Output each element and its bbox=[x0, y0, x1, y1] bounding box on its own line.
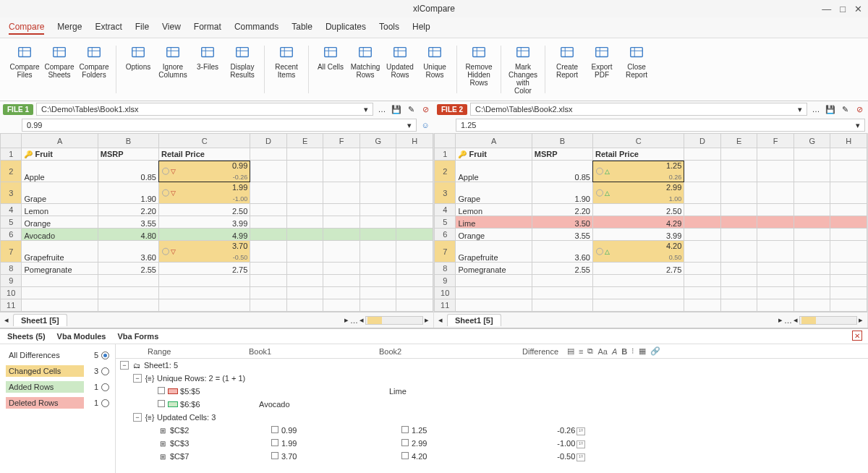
tree-row[interactable]: − {≡} Unique Rows: 2 = (1 + 1) bbox=[116, 372, 868, 385]
expand-icon[interactable]: − bbox=[133, 374, 142, 383]
cell[interactable] bbox=[532, 299, 592, 312]
menu-duplicates[interactable]: Duplicates bbox=[326, 20, 366, 35]
cell[interactable]: 2.75 bbox=[158, 263, 250, 275]
sheet-tab[interactable]: Sheet1 [5] bbox=[13, 314, 67, 326]
file2-edit-icon[interactable]: ✎ bbox=[839, 103, 851, 115]
row-header[interactable]: 1 bbox=[435, 148, 456, 161]
hscrollbar[interactable] bbox=[365, 316, 423, 325]
col-header[interactable]: D bbox=[250, 134, 287, 148]
cell[interactable] bbox=[158, 287, 250, 299]
export-pdf-button[interactable]: ExportPDF bbox=[584, 43, 619, 96]
summary-row[interactable]: Added Rows1 bbox=[0, 379, 115, 395]
close-button[interactable]: ✕ bbox=[854, 4, 862, 14]
cell[interactable]: Lemon bbox=[22, 204, 98, 216]
cell[interactable]: 3.55 bbox=[532, 229, 592, 241]
radio-icon[interactable] bbox=[101, 383, 109, 391]
sheet-nav-prev[interactable]: ◂ bbox=[4, 315, 9, 325]
summary-row[interactable]: Deleted Rows1 bbox=[0, 395, 115, 411]
col-header[interactable]: F bbox=[757, 134, 794, 148]
cell[interactable]: 4.80 bbox=[98, 229, 158, 241]
cell[interactable]: Orange bbox=[456, 229, 532, 241]
cell[interactable] bbox=[158, 312, 250, 312]
cell[interactable] bbox=[22, 312, 98, 312]
radio-icon[interactable] bbox=[101, 399, 109, 407]
cell[interactable]: Grapefruite bbox=[456, 241, 532, 263]
cell[interactable]: Grapefruite bbox=[22, 241, 98, 263]
col-header[interactable]: H bbox=[830, 134, 867, 148]
all-cells-button[interactable]: All Cells bbox=[313, 43, 348, 96]
col-header[interactable]: G bbox=[359, 134, 396, 148]
cell[interactable]: Pomegranate bbox=[22, 263, 98, 275]
col-header[interactable]: F bbox=[323, 134, 360, 148]
row-header[interactable]: 1 bbox=[1, 148, 22, 161]
bottom-tab[interactable]: Sheets (5) bbox=[7, 332, 46, 341]
row-header[interactable]: 10 bbox=[1, 287, 22, 299]
col-header[interactable]: A bbox=[22, 134, 98, 148]
row-header[interactable]: 2 bbox=[1, 161, 22, 182]
diff-cell[interactable]: △2.991.00 bbox=[592, 182, 684, 204]
cell[interactable]: Avocado bbox=[22, 229, 98, 241]
cell[interactable]: 1.90 bbox=[98, 182, 158, 204]
radio-icon[interactable] bbox=[101, 367, 109, 375]
cell[interactable]: 4.99 bbox=[158, 229, 250, 241]
row-header[interactable]: 4 bbox=[1, 204, 22, 216]
cell[interactable] bbox=[456, 287, 532, 299]
tool-link-icon[interactable]: 🔗 bbox=[650, 346, 660, 356]
remove-hidden-button[interactable]: RemoveHidden Rows bbox=[461, 43, 496, 96]
compare-files-button[interactable]: CompareFiles bbox=[7, 43, 42, 96]
row-header[interactable]: 5 bbox=[1, 216, 22, 229]
col-header[interactable]: C bbox=[158, 134, 250, 148]
file2-formula-bar[interactable]: 1.25▾ bbox=[456, 119, 865, 132]
row-header[interactable]: 12 bbox=[435, 312, 456, 312]
col-header[interactable]: A bbox=[456, 134, 532, 148]
cell[interactable]: 3.60 bbox=[532, 241, 592, 263]
cell[interactable] bbox=[532, 312, 592, 312]
cell[interactable]: Apple bbox=[22, 161, 98, 182]
cell[interactable]: Grape bbox=[456, 182, 532, 204]
file2-path[interactable]: C:\Demo\Tables\Book2.xlsx▾ bbox=[470, 103, 807, 116]
cell[interactable]: 0.85 bbox=[532, 161, 592, 182]
tool-font-icon[interactable]: A bbox=[612, 347, 617, 356]
cell[interactable] bbox=[22, 299, 98, 312]
row-header[interactable]: 6 bbox=[1, 229, 22, 241]
diff-cell[interactable]: ▽0.99-0.26 bbox=[158, 161, 250, 182]
tree-row[interactable]: ⊞ $C$2 0.99 1.25 -0.26¹⁰ bbox=[116, 424, 868, 437]
row-header[interactable]: 12 bbox=[1, 312, 22, 312]
cell[interactable] bbox=[98, 287, 158, 299]
row-header[interactable]: 8 bbox=[1, 263, 22, 275]
col-header[interactable]: G bbox=[793, 134, 830, 148]
ignore-columns-button[interactable]: IgnoreColumns bbox=[156, 43, 190, 96]
cell[interactable] bbox=[98, 299, 158, 312]
cell[interactable]: 2.55 bbox=[532, 263, 592, 275]
cell[interactable]: Lemon bbox=[456, 204, 532, 216]
menu-commands[interactable]: Commands bbox=[234, 20, 278, 35]
cell[interactable]: 2.20 bbox=[532, 204, 592, 216]
cell[interactable] bbox=[158, 299, 250, 312]
tree-row[interactable]: $5:$5 Lime bbox=[116, 385, 868, 398]
file2-more-icon[interactable]: … bbox=[810, 103, 822, 115]
tool-color-icon[interactable]: ⁝ bbox=[631, 346, 634, 356]
menu-help[interactable]: Help bbox=[412, 20, 430, 35]
file1-clear-icon[interactable]: ⊘ bbox=[420, 103, 431, 115]
tree-row[interactable]: ⊞ $C$3 1.99 2.99 -1.00¹⁰ bbox=[116, 437, 868, 450]
cell[interactable]: Orange bbox=[22, 216, 98, 229]
cell[interactable] bbox=[22, 287, 98, 299]
file1-save-icon[interactable]: 💾 bbox=[391, 103, 402, 115]
matching-rows-button[interactable]: MatchingRows bbox=[348, 43, 383, 96]
cell[interactable]: Apple bbox=[456, 161, 532, 182]
minimize-button[interactable]: — bbox=[822, 4, 831, 14]
cell[interactable]: 3.60 bbox=[98, 241, 158, 263]
row-header[interactable]: 9 bbox=[1, 275, 22, 287]
tool-cell-icon[interactable]: ▦ bbox=[639, 346, 646, 356]
row-header[interactable]: 7 bbox=[435, 241, 456, 263]
col-header[interactable]: B bbox=[532, 134, 592, 148]
updated-rows-button[interactable]: UpdatedRows bbox=[383, 43, 417, 96]
cell[interactable]: Pomegranate bbox=[456, 263, 532, 275]
cell[interactable]: Grape bbox=[22, 182, 98, 204]
file1-path[interactable]: C:\Demo\Tables\Book1.xlsx▾ bbox=[36, 103, 373, 116]
cell[interactable]: 3.99 bbox=[592, 229, 684, 241]
row-header[interactable]: 10 bbox=[435, 287, 456, 299]
cell[interactable] bbox=[456, 299, 532, 312]
cell[interactable] bbox=[98, 312, 158, 312]
file1-more-icon[interactable]: … bbox=[376, 103, 388, 115]
